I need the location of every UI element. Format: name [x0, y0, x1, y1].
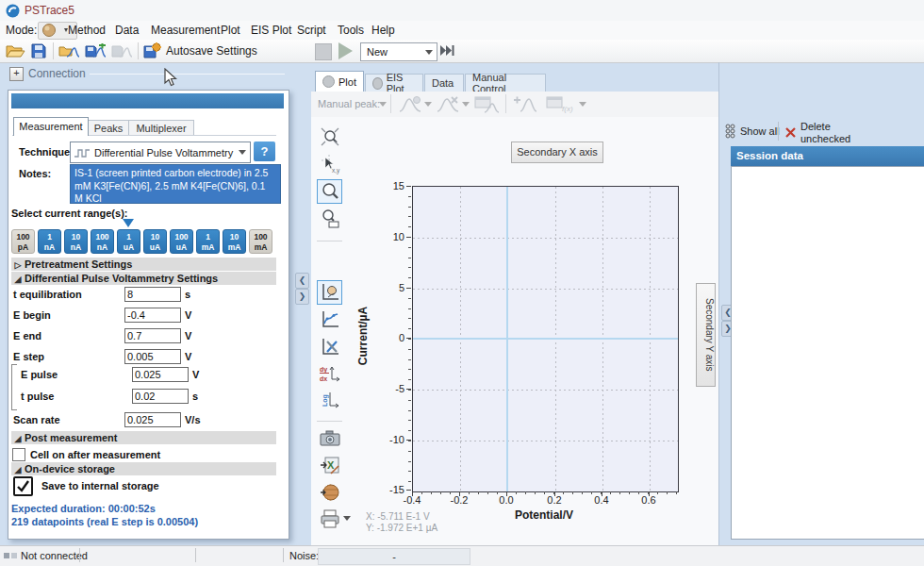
run-target-combobox[interactable]: New — [360, 42, 437, 61]
section-pretreatment[interactable]: ▷Pretreatment Settings — [11, 258, 276, 271]
range-100pA[interactable]: 100pA — [11, 229, 35, 254]
toolbar-separator — [390, 94, 391, 113]
snapshot-button[interactable] — [317, 426, 342, 451]
gridline-h — [413, 238, 678, 239]
e-step-input[interactable] — [124, 349, 181, 364]
run-button[interactable] — [338, 42, 353, 59]
range-100mA[interactable]: 100mA — [249, 229, 272, 254]
section-technique-settings[interactable]: ◢Differential Pulse Voltammetry Settings — [11, 272, 276, 285]
section-post-measurement[interactable]: ◢Post measurement — [11, 431, 276, 444]
zoom-region-button[interactable] — [317, 207, 342, 231]
print-caret-icon[interactable] — [343, 516, 351, 521]
notes-textarea[interactable]: IS-1 (screen printed carbon electrode) i… — [70, 164, 281, 204]
t-equilibration-input[interactable] — [124, 287, 181, 302]
combo-caret-icon — [425, 50, 433, 55]
range-1mA[interactable]: 1mA — [196, 229, 220, 254]
tab-manual-control[interactable]: Manual Control — [465, 74, 546, 92]
technique-combobox[interactable]: Differential Pulse Voltammetry — [70, 142, 251, 163]
tab-measurement[interactable]: Measurement — [13, 117, 89, 136]
pstrace-window: PSTrace5 Mode: Method Data Measurement P… — [0, 0, 924, 566]
scan-rate-input[interactable] — [124, 412, 181, 427]
tab-plot[interactable]: Plot — [315, 71, 364, 92]
range-10uA[interactable]: 10uA — [143, 229, 167, 254]
tab-data[interactable]: Data — [424, 74, 464, 92]
technique-help-button[interactable]: ? — [254, 142, 275, 161]
autosave-settings-icon[interactable] — [143, 42, 162, 59]
menu-script[interactable]: Script — [297, 24, 326, 37]
curves-button[interactable] — [317, 308, 342, 332]
range-1uA[interactable]: 1uA — [117, 229, 140, 254]
peak-window-icon — [473, 95, 500, 114]
secondary-x-axis-button[interactable]: Secondary X axis — [511, 142, 603, 163]
range-10nA[interactable]: 10nA — [64, 229, 88, 254]
section-on-device-storage[interactable]: ◢On-device storage — [11, 462, 276, 475]
derivative-axis-button[interactable]: dy dx — [317, 362, 342, 385]
print-button[interactable] — [317, 507, 342, 531]
open-method-icon[interactable] — [6, 43, 25, 58]
save-method-icon[interactable] — [31, 43, 46, 58]
x-tick-label: 0.2 — [540, 494, 569, 506]
excel-export-button[interactable]: X — [317, 454, 342, 478]
eis-tab-icon — [372, 77, 383, 90]
toolbar-separator — [317, 241, 342, 241]
menu-data[interactable]: Data — [115, 24, 139, 37]
show-all-label: Show all — [740, 125, 780, 137]
splitter-collapse-left-button[interactable]: ❮ — [295, 273, 309, 289]
plot-canvas[interactable] — [412, 186, 679, 492]
y-major-tick — [406, 288, 411, 289]
caret-icon[interactable] — [424, 102, 432, 107]
excel-export-icon: X — [320, 457, 340, 475]
tab-multiplexer[interactable]: Multiplexer — [128, 120, 194, 136]
caret-icon[interactable] — [462, 102, 470, 107]
manual-peak-caret-icon[interactable] — [379, 102, 387, 107]
skip-to-end-icon[interactable] — [439, 44, 455, 57]
technique-value: Differential Pulse Voltammetry — [92, 147, 239, 158]
menu-eis-plot[interactable]: EIS Plot — [251, 24, 291, 37]
e-pulse-input[interactable] — [132, 367, 189, 382]
range-1nA[interactable]: 1nA — [38, 229, 61, 254]
menu-tools[interactable]: Tools — [338, 24, 364, 37]
range-100uA[interactable]: 100uA — [170, 229, 193, 254]
open-curve-icon[interactable] — [58, 43, 80, 58]
splitter-expand-right-button[interactable]: ❯ — [295, 289, 309, 305]
t-pulse-input[interactable] — [132, 389, 189, 404]
caret-icon[interactable] — [579, 102, 586, 107]
session-data-header: Session data — [731, 146, 924, 166]
menu-method[interactable]: Method — [68, 24, 106, 37]
crosshair-horizontal — [413, 338, 678, 340]
technique-label: Technique: — [19, 146, 74, 158]
delete-unchecked-button[interactable]: Deleteunchecked — [784, 121, 850, 144]
save-internal-checkbox[interactable] — [13, 476, 33, 496]
field-unit: V — [185, 330, 191, 341]
plot-options-button[interactable] — [317, 335, 342, 359]
field-unit: s — [185, 289, 190, 300]
origin-export-icon — [320, 482, 340, 503]
connection-expand-button[interactable]: + — [9, 67, 24, 81]
session-data-list[interactable] — [731, 166, 924, 540]
field-label: Scan rate — [13, 414, 60, 425]
pointer-xy-button[interactable]: x,y — [317, 152, 342, 176]
e-end-input[interactable] — [124, 328, 181, 343]
show-all-button[interactable]: Show all — [724, 124, 780, 139]
range-100nA[interactable]: 100nA — [91, 229, 114, 254]
tab-eis-plot[interactable]: EIS Plot — [365, 74, 423, 92]
menu-measurement[interactable]: Measurement — [151, 24, 220, 37]
zoom-in-button[interactable] — [317, 179, 342, 204]
y-axis-title: Current/µA — [356, 279, 370, 392]
secondary-y-axis-button[interactable]: Secondary Y axis — [696, 283, 716, 387]
autosave-settings-label[interactable]: Autosave Settings — [166, 44, 257, 58]
menu-help[interactable]: Help — [371, 24, 395, 37]
zoom-fit-button[interactable] — [317, 125, 342, 149]
menu-plot[interactable]: Plot — [221, 24, 240, 37]
field-label: E step — [13, 351, 44, 362]
plot-style-button[interactable] — [317, 280, 342, 305]
cursor-x-readout: X: -5.711 E-1 V — [366, 511, 430, 522]
pointer-xy-icon: x,y — [320, 154, 340, 175]
log-axis-button[interactable]: Log — [317, 388, 342, 412]
range-10mA[interactable]: 10mA — [223, 229, 246, 254]
origin-export-button[interactable] — [317, 480, 342, 505]
e-begin-input[interactable] — [124, 308, 181, 323]
tab-peaks[interactable]: Peaks — [88, 120, 129, 136]
save-curve-icon[interactable] — [85, 43, 107, 58]
cell-on-checkbox[interactable] — [12, 448, 25, 461]
